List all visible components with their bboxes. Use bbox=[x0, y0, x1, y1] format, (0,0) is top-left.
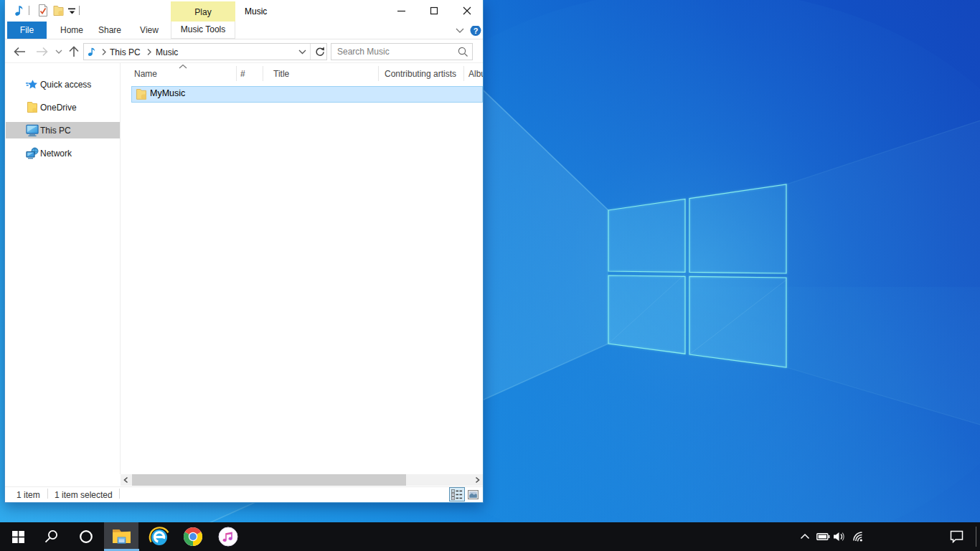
svg-text:?: ? bbox=[473, 27, 479, 35]
